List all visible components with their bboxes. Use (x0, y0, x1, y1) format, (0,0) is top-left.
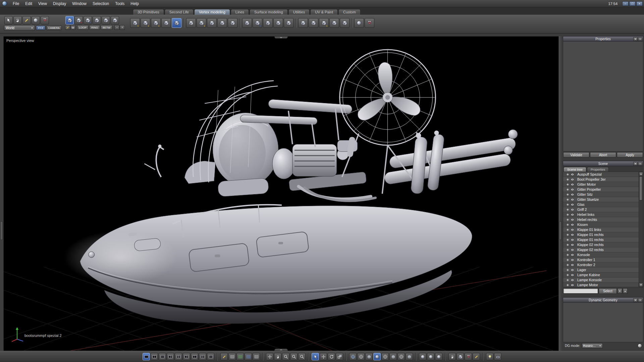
select-edges-mode-icon[interactable] (74, 16, 83, 24)
globe-mode-icon[interactable] (349, 353, 357, 360)
scene-panel-header[interactable]: Scene ▼ × (563, 161, 643, 166)
object-node-icon[interactable] (566, 183, 570, 186)
select-boundary-mode-icon[interactable] (102, 16, 110, 24)
visibility-eye-icon[interactable] (571, 243, 574, 247)
tab-custom[interactable]: Custom (338, 9, 361, 15)
layout-one-two-icon[interactable] (183, 353, 190, 360)
object-node-icon[interactable] (566, 248, 570, 252)
extrude-face-tool-icon[interactable] (141, 18, 150, 28)
scene-item-gitter-propeller[interactable]: Gitter Propeller (563, 187, 639, 192)
scene-item-klappe-01-rechts[interactable]: Klappe 01 rechts (563, 237, 639, 242)
bevel-tool-icon[interactable] (242, 18, 252, 28)
visibility-eye-icon[interactable] (571, 173, 574, 176)
object-node-icon[interactable] (566, 238, 570, 242)
scene-item-gitter-sitz[interactable]: Gitter Sitz (563, 192, 639, 197)
material-preview-2-icon[interactable] (427, 353, 434, 360)
selection-betw[interactable]: BETW (101, 25, 112, 30)
scene-item-kontroller-1[interactable]: Kontroller 1 (563, 257, 639, 262)
magnet-snap-tool-icon[interactable] (365, 18, 374, 28)
object-node-icon[interactable] (566, 258, 570, 262)
select-arrow-tool-icon[interactable] (4, 16, 13, 24)
left-splitter-handle[interactable] (0, 221, 3, 240)
action-button-validate[interactable]: Validate (563, 152, 589, 158)
menu-help[interactable]: Help (127, 0, 142, 7)
work-plane-icon[interactable] (245, 353, 252, 360)
object-node-icon[interactable] (566, 213, 570, 217)
menu-tools[interactable]: Tools (112, 0, 127, 7)
sphere-view-tool-icon[interactable] (32, 16, 40, 24)
show-grid-icon[interactable] (228, 353, 236, 360)
close-button[interactable]: × (636, 1, 643, 6)
object-node-icon[interactable] (566, 233, 570, 237)
visibility-eye-icon[interactable] (571, 228, 574, 232)
fast-extrude-tool-icon[interactable] (161, 18, 171, 28)
layout-single-icon[interactable] (143, 353, 150, 360)
brush-tool-icon[interactable] (22, 16, 31, 24)
visibility-eye-icon[interactable] (571, 283, 574, 287)
grow-selection-toggle[interactable]: + (120, 25, 125, 30)
visibility-eye-icon[interactable] (571, 233, 574, 237)
zoom-out-icon[interactable] (298, 353, 306, 360)
snap-tool-icon[interactable] (465, 353, 472, 360)
scene-item-hebel-links[interactable]: Hebel links (563, 212, 639, 217)
object-node-icon[interactable] (566, 273, 570, 277)
scroll-up-icon[interactable]: ▲ (639, 172, 643, 176)
object-node-icon[interactable] (566, 283, 570, 287)
render-camera-icon[interactable] (494, 353, 501, 360)
connect-tool-icon[interactable] (253, 18, 262, 28)
scene-collapse-icon[interactable]: ▼ (633, 162, 638, 166)
scene-item-lager[interactable]: Lager (563, 267, 639, 273)
dg-sphere-icon[interactable] (638, 344, 642, 348)
thickness-tool-icon[interactable] (319, 18, 329, 28)
visibility-eye-icon[interactable] (571, 223, 574, 227)
fit-view-icon[interactable] (266, 353, 273, 360)
viewport-3d[interactable]: Perspective view bootsrummpf spezial 2 (3, 36, 559, 351)
pan-hand-tool-icon[interactable] (13, 16, 22, 24)
symmetry-tool-icon[interactable] (298, 18, 308, 28)
scene-item-lampe-konsole[interactable]: Lampe Konsole (563, 278, 639, 283)
object-node-icon[interactable] (566, 193, 570, 196)
triangulate-tool-icon[interactable] (284, 18, 293, 28)
bridge-tool-icon[interactable] (207, 18, 217, 28)
menu-window[interactable]: Window (69, 0, 90, 7)
dg-close-icon[interactable]: × (638, 298, 642, 302)
menu-edit[interactable]: Edit (22, 0, 35, 7)
scene-item-hebel-rechts[interactable]: Hebel rechts (563, 217, 639, 222)
select-vertices-mode-icon[interactable] (65, 16, 74, 24)
material-preview-3-icon[interactable] (435, 353, 442, 360)
scene-item-klappe-02-rechts[interactable]: Klappe 02 rechts (563, 247, 639, 252)
uv-edit-icon[interactable] (220, 353, 228, 360)
shaded-wire-mode-icon[interactable] (381, 353, 389, 360)
visibility-eye-icon[interactable] (571, 278, 574, 282)
action-button-abort[interactable]: Abort (590, 152, 616, 158)
decimate-tool-icon[interactable] (273, 18, 283, 28)
visibility-eye-icon[interactable] (571, 188, 574, 191)
properties-close-icon[interactable]: × (638, 37, 642, 41)
grid-settings-icon[interactable] (253, 353, 260, 360)
scene-item-glas[interactable]: Glas (563, 202, 639, 207)
scene-close-icon[interactable]: × (638, 162, 642, 166)
panel-splitter[interactable] (559, 36, 562, 351)
tessellate-tool-icon[interactable] (197, 18, 206, 28)
tab-uv-paint[interactable]: UV & Paint (310, 9, 338, 15)
smooth-tool-icon[interactable] (186, 18, 196, 28)
xray-mode-icon[interactable] (397, 353, 405, 360)
scene-item-klappe-01-rechts[interactable]: Klappe 01 rechts (563, 232, 639, 237)
layout-two-one-icon[interactable] (191, 353, 198, 360)
panel-splitter-handle[interactable] (559, 221, 562, 240)
tab-utilities[interactable]: Utilities (288, 9, 310, 15)
visibility-eye-icon[interactable] (571, 183, 574, 186)
wireframe-mode-icon[interactable] (357, 353, 365, 360)
object-node-icon[interactable] (566, 173, 570, 176)
dg-mode-dropdown[interactable]: Restric... ▼ (582, 343, 603, 348)
camera-button[interactable]: CAMERA (46, 25, 62, 30)
scene-scrollbar[interactable]: ▲ ▼ (639, 172, 643, 287)
scene-item-klappe-01-links[interactable]: Klappe 01 links (563, 227, 639, 232)
minimize-button[interactable]: – (622, 1, 629, 6)
paint-select-icon[interactable] (65, 25, 70, 30)
scroll-down-icon[interactable]: ▼ (639, 283, 643, 287)
visibility-eye-icon[interactable] (571, 273, 574, 277)
visibility-eye-icon[interactable] (571, 263, 574, 267)
boolean-tool-icon[interactable] (340, 18, 350, 28)
smooth-shading-mode-icon[interactable] (373, 353, 381, 360)
